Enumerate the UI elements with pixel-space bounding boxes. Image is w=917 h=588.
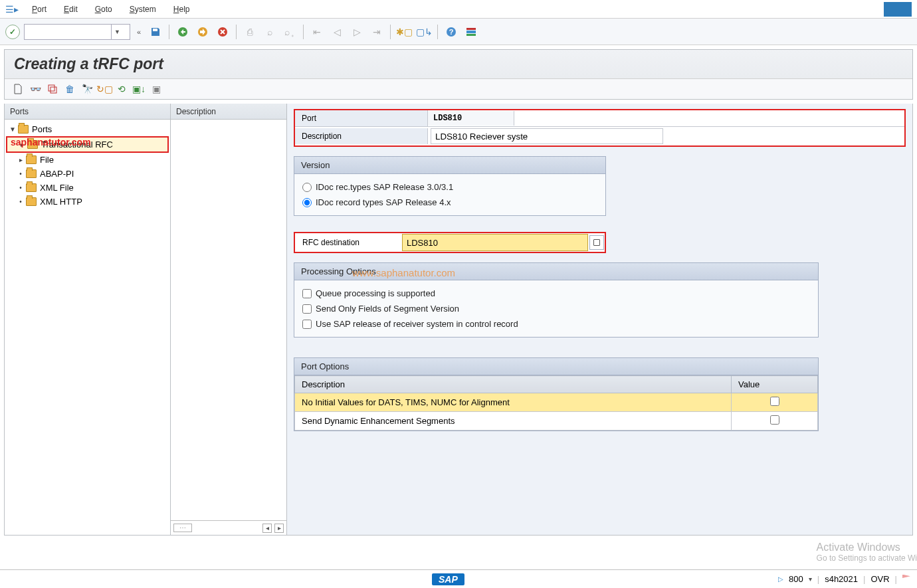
collapse-toolbar-icon[interactable]: «: [134, 28, 144, 36]
toolbar-separator: [169, 25, 169, 39]
enter-button[interactable]: ✓: [5, 25, 20, 39]
svg-rect-7: [466, 34, 476, 36]
status-mode: OVR: [870, 574, 889, 584]
check-segment-version[interactable]: Send Only Fields of Segment Version: [302, 301, 810, 316]
svg-rect-8: [49, 85, 54, 91]
command-field[interactable]: [25, 25, 111, 39]
scroll-right-icon[interactable]: ▸: [274, 524, 284, 533]
menu-goto[interactable]: Goto: [88, 3, 119, 15]
rfc-destination-input[interactable]: [402, 234, 588, 251]
leaf-icon: •: [17, 198, 25, 205]
tree-item-file[interactable]: ▸ File: [6, 153, 169, 167]
toolbar-separator-5: [437, 25, 438, 39]
col-value[interactable]: Value: [732, 376, 818, 393]
description-input[interactable]: [431, 128, 663, 144]
save-button[interactable]: [148, 25, 163, 39]
dropdown-icon[interactable]: ▾: [809, 575, 812, 583]
folder-icon: [26, 155, 37, 164]
watermark-annotation: saphanatutor.com: [11, 137, 91, 147]
copy-button[interactable]: [45, 82, 60, 96]
caret-down-icon[interactable]: ▼: [9, 126, 17, 133]
radio-input[interactable]: [302, 183, 312, 192]
folder-icon: [26, 197, 37, 206]
transport-button[interactable]: ⟲: [114, 82, 130, 96]
table-row[interactable]: Send Dynamic Enhancement Segments: [295, 412, 818, 431]
description-row: Description: [295, 126, 904, 146]
generate-shortcut-button[interactable]: ▢↳: [416, 25, 432, 39]
help-button[interactable]: ?: [443, 25, 459, 39]
port-options-title: Port Options: [294, 358, 818, 375]
prev-page-button[interactable]: ◁: [329, 25, 345, 39]
checkbox-input[interactable]: [302, 304, 312, 314]
tree-panel: Ports ▼ Ports ▸ Transactional RFC ▸ File…: [5, 104, 171, 535]
last-page-button[interactable]: ⇥: [369, 25, 385, 39]
application-toolbar: 👓 🗑 🔭 ↻▢ ⟲ ▣↓ ▣: [5, 78, 912, 99]
table-row[interactable]: No Initial Values for DATS, TIMS, NUMC f…: [295, 393, 818, 412]
folder-icon: [18, 125, 29, 134]
first-page-button[interactable]: ⇤: [309, 25, 325, 39]
menu-help[interactable]: Help: [167, 3, 197, 15]
description-panel: Description ⋯ ◂ ▸: [171, 104, 287, 535]
exit-button[interactable]: [195, 25, 211, 39]
cancel-button[interactable]: [215, 25, 231, 39]
expand-button[interactable]: ▣↓: [131, 82, 147, 96]
radio-input[interactable]: [302, 198, 312, 207]
version-radio-4x[interactable]: IDoc record types SAP Release 4.x: [302, 195, 597, 210]
scroll-left-icon[interactable]: ◂: [262, 524, 272, 533]
next-page-button[interactable]: ▷: [349, 25, 365, 39]
status-system: s4h2021: [825, 574, 858, 584]
checkbox-input[interactable]: [302, 289, 312, 298]
cell-value: [732, 412, 818, 431]
tree-root[interactable]: ▼ Ports: [6, 122, 169, 136]
rfc-destination-box: RFC destination: [294, 232, 606, 253]
table-header-row: Description Value: [295, 376, 818, 393]
version-radio-30[interactable]: IDoc rec.types SAP Release 3.0/3.1: [302, 179, 597, 195]
port-header-box: Port LDS810 Description: [294, 109, 906, 147]
delete-button[interactable]: 🗑: [62, 82, 78, 96]
menu-edit[interactable]: Edit: [57, 3, 84, 15]
more-icon[interactable]: ⋯: [173, 524, 192, 532]
command-dropdown[interactable]: ▼: [111, 25, 123, 39]
radio-label: IDoc rec.types SAP Release 3.0/3.1: [316, 182, 453, 192]
print-button[interactable]: ⎙: [242, 25, 258, 39]
tree-item-xml-http[interactable]: • XML HTTP: [6, 195, 169, 209]
status-tri-icon[interactable]: ▷: [778, 575, 783, 583]
refresh-button[interactable]: ↻▢: [96, 82, 112, 96]
app-menu-icon[interactable]: ☰▸: [5, 4, 19, 15]
rfc-label: RFC destination: [296, 235, 402, 250]
tree-item-label: ABAP-PI: [40, 169, 74, 179]
glasses-icon[interactable]: 👓: [27, 82, 43, 96]
title-area: Creating a tRFC port 👓 🗑 🔭 ↻▢ ⟲ ▣↓ ▣: [4, 49, 913, 100]
binoculars-icon[interactable]: 🔭: [79, 82, 95, 96]
status-bar: SAP ▷ 800 ▾ | s4h2021 | OVR |: [0, 569, 917, 588]
check-sap-release[interactable]: Use SAP release of receiver system in co…: [302, 316, 810, 332]
caret-right-icon[interactable]: ▸: [17, 156, 25, 163]
port-options-table: Description Value No Initial Values for …: [294, 375, 818, 431]
port-label: Port: [295, 110, 428, 126]
collapse-button[interactable]: ▣: [148, 82, 164, 96]
back-button[interactable]: [175, 25, 191, 39]
activate-line1: Activate Windows: [817, 541, 917, 553]
tree-header-description: Description: [171, 104, 286, 120]
version-title: Version: [294, 157, 605, 174]
menu-port[interactable]: Port: [25, 3, 53, 15]
col-description[interactable]: Description: [295, 376, 732, 393]
checkbox-input[interactable]: [770, 397, 779, 406]
sap-logo: SAP: [432, 573, 464, 585]
new-session-button[interactable]: ✱▢: [396, 25, 412, 39]
tree-item-xml-file[interactable]: • XML File: [6, 181, 169, 195]
find-next-button[interactable]: ⌕₊: [282, 25, 298, 39]
toolbar-separator-4: [390, 25, 391, 39]
window-button[interactable]: [884, 2, 912, 17]
menu-system[interactable]: System: [123, 3, 163, 15]
check-queue-processing[interactable]: Queue processing is supported: [302, 286, 810, 301]
cell-value: [732, 393, 818, 412]
find-button[interactable]: ⌕: [262, 25, 278, 39]
checkbox-input[interactable]: [770, 415, 779, 425]
f4-help-button[interactable]: [589, 235, 604, 250]
activate-line2: Go to Settings to activate Wi: [817, 553, 917, 563]
checkbox-input[interactable]: [302, 320, 312, 329]
tree-item-abap-pi[interactable]: • ABAP-PI: [6, 167, 169, 181]
layout-button[interactable]: [463, 25, 479, 39]
create-button[interactable]: [10, 82, 26, 96]
